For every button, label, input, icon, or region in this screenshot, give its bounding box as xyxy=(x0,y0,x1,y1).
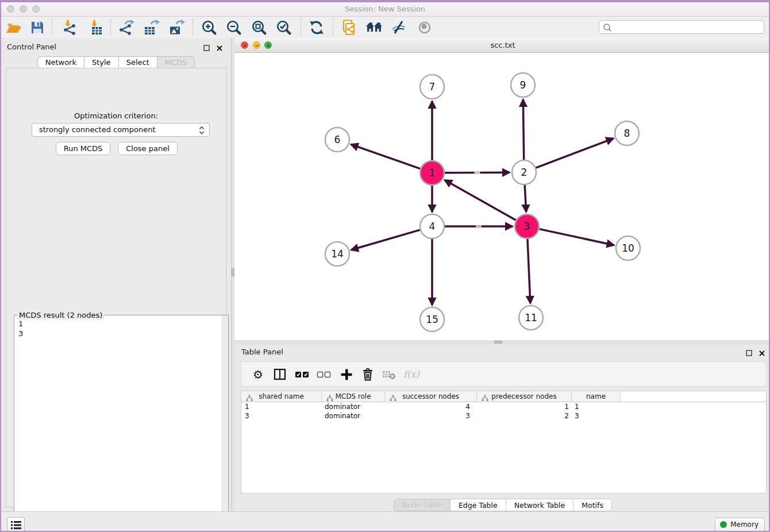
horizontal-splitter-handle[interactable] xyxy=(494,341,502,344)
table-cell: 3 xyxy=(572,411,621,421)
float-panel-icon[interactable] xyxy=(203,43,210,50)
function-builder-icon[interactable]: f(x) xyxy=(403,367,418,382)
show-hidden-icon[interactable] xyxy=(416,19,433,36)
graph-node-label: 10 xyxy=(622,242,634,254)
graph-node-label: 6 xyxy=(334,134,341,145)
table-row[interactable]: 3dominator323 xyxy=(241,411,766,421)
column-flow-icon xyxy=(482,395,488,402)
tab-mcds[interactable]: MCDS xyxy=(157,56,195,68)
graph-edge-2-3[interactable] xyxy=(525,185,526,212)
column-header-MCDS-role[interactable]: MCDS role xyxy=(322,391,385,402)
graph-edge-2-9[interactable] xyxy=(523,99,523,160)
criterion-value: strongly connected component xyxy=(39,125,156,134)
export-image-icon[interactable] xyxy=(168,19,185,36)
column-flow-icon xyxy=(246,395,253,402)
task-history-button[interactable] xyxy=(7,517,25,532)
criterion-select[interactable]: strongly connected component xyxy=(32,123,210,137)
graph-edge-1-6[interactable] xyxy=(351,144,421,168)
zoom-in-icon[interactable] xyxy=(201,19,218,36)
refresh-layout-icon[interactable] xyxy=(308,19,325,36)
network-view-window: scc.txt 7968124314101511 xyxy=(234,38,770,340)
toolbar-separator xyxy=(301,19,301,36)
memory-button[interactable]: Memory xyxy=(715,518,765,531)
graph-edge-4-14[interactable] xyxy=(351,230,420,250)
control-panel: Control Panel NetworkStyleSelectMCDS Opt… xyxy=(1,38,232,511)
zoom-fit-icon[interactable] xyxy=(251,19,268,36)
status-bar: Memory xyxy=(1,511,769,532)
mcds-result-line: 3 xyxy=(18,329,23,338)
column-header-shared-name[interactable]: shared name xyxy=(241,391,322,402)
column-header-predecessor-nodes[interactable]: predecessor nodes xyxy=(477,391,572,402)
column-header-label: predecessor nodes xyxy=(491,392,556,400)
zoom-selected-icon[interactable] xyxy=(275,19,292,36)
export-network-icon[interactable] xyxy=(118,19,135,36)
tab-edge-table[interactable]: Edge Table xyxy=(451,499,506,511)
search-input[interactable] xyxy=(614,21,761,33)
tab-motifs[interactable]: Motifs xyxy=(573,499,612,511)
list-icon xyxy=(10,519,27,532)
table-cell: 2 xyxy=(477,411,572,421)
first-neighbors-icon[interactable] xyxy=(365,19,383,36)
delete-columns-icon[interactable] xyxy=(360,367,375,382)
select-all-columns-icon[interactable] xyxy=(295,367,310,382)
graph-edge-3-10[interactable] xyxy=(540,229,614,245)
import-network-icon[interactable] xyxy=(60,19,78,36)
graph-node-label: 3 xyxy=(524,221,530,232)
mcds-result-box[interactable]: MCDS result (2 nodes) 13 xyxy=(14,315,229,532)
show-columns-icon[interactable] xyxy=(272,367,287,382)
graph-node-label: 7 xyxy=(429,81,436,92)
tab-style[interactable]: Style xyxy=(84,56,119,68)
table-settings-icon[interactable]: ⚙ xyxy=(251,367,265,382)
column-flow-icon xyxy=(326,395,333,402)
main-titlebar: Session: New Session xyxy=(1,2,769,17)
close-table-panel-icon[interactable] xyxy=(759,348,765,355)
table-row[interactable]: 1dominator411 xyxy=(241,402,766,411)
save-session-icon[interactable] xyxy=(29,19,46,36)
clone-network-icon[interactable] xyxy=(340,19,357,36)
add-column-icon[interactable] xyxy=(339,367,354,382)
horizontal-splitter[interactable] xyxy=(234,340,770,345)
run-mcds-button[interactable]: Run MCDS xyxy=(56,142,110,155)
graph-edge-2-8[interactable] xyxy=(536,138,614,168)
table-toolbar: ⚙ f(x) xyxy=(241,361,767,387)
hide-selected-icon[interactable] xyxy=(390,19,407,36)
column-header-successor-nodes[interactable]: successor nodes xyxy=(385,391,477,402)
float-table-panel-icon[interactable] xyxy=(746,348,753,355)
tab-select[interactable]: Select xyxy=(119,56,157,68)
tab-network-table[interactable]: Network Table xyxy=(506,499,574,511)
column-header-label: name xyxy=(586,392,606,400)
export-table-icon[interactable] xyxy=(143,19,160,36)
graph-node-label: 4 xyxy=(429,221,436,232)
column-flow-icon xyxy=(390,395,396,402)
delete-table-icon[interactable] xyxy=(382,367,396,382)
close-panel-icon[interactable] xyxy=(216,43,223,50)
tab-node-table[interactable]: Node Table xyxy=(394,499,451,511)
graph-node-label: 15 xyxy=(426,314,438,325)
unselect-all-columns-icon[interactable] xyxy=(317,367,332,382)
search-box xyxy=(599,20,764,34)
close-panel-button[interactable]: Close panel xyxy=(118,142,178,155)
search-icon xyxy=(603,23,612,32)
open-session-icon[interactable] xyxy=(5,19,22,36)
memory-label: Memory xyxy=(730,521,759,529)
table-cell: 1 xyxy=(477,402,572,411)
result-scrollbar[interactable] xyxy=(222,315,228,532)
window-title: Session: New Session xyxy=(1,5,769,13)
graph-node-label: 9 xyxy=(520,79,526,91)
import-table-icon[interactable] xyxy=(87,19,104,36)
table-panel-tabs: Node TableEdge TableNetwork TableMotifs xyxy=(234,499,770,511)
memory-status-icon xyxy=(720,521,727,528)
edge-label-mark xyxy=(476,226,482,228)
tab-network[interactable]: Network xyxy=(37,56,84,68)
graph-edge-3-1[interactable] xyxy=(445,180,516,220)
graph-edge-3-11[interactable] xyxy=(528,239,530,303)
graph-node-label: 1 xyxy=(429,167,436,179)
main-toolbar xyxy=(1,17,769,40)
column-header-name[interactable]: name xyxy=(572,391,621,402)
network-graph-canvas[interactable]: 7968124314101511 xyxy=(234,53,770,340)
table-header-row: shared nameMCDS rolesuccessor nodesprede… xyxy=(241,391,766,402)
table-panel-title: Table Panel xyxy=(241,348,283,356)
zoom-out-icon[interactable] xyxy=(225,19,242,36)
table-panel: Table Panel ⚙ xyxy=(234,345,770,511)
toolbar-separator xyxy=(52,19,52,36)
